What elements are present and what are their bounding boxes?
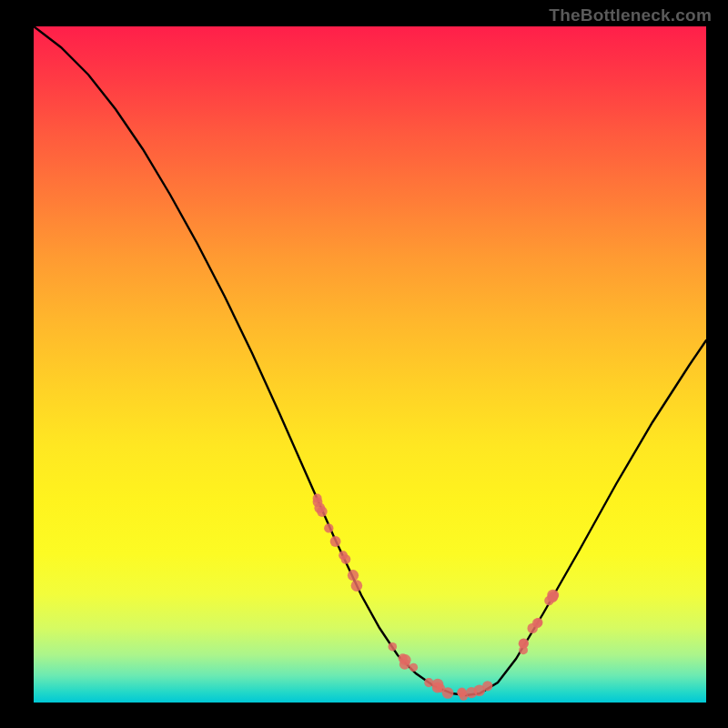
scatter-dot xyxy=(460,693,468,701)
scatter-dot xyxy=(339,551,348,560)
scatter-dot xyxy=(534,618,543,627)
chart-svg xyxy=(34,26,706,703)
scatter-dot xyxy=(519,639,529,649)
scatter-dot xyxy=(410,663,418,672)
scatter-dot xyxy=(432,679,444,691)
plot-area xyxy=(34,26,706,703)
chart-frame: TheBottleneck.com xyxy=(0,0,728,728)
scatter-dot xyxy=(424,678,433,687)
scatter-dot xyxy=(482,681,492,691)
scatter-dot xyxy=(324,523,333,532)
scatter-dot xyxy=(313,494,322,503)
scatter-dot xyxy=(442,687,454,699)
watermark-text: TheBottleneck.com xyxy=(549,5,712,25)
scatter-dot xyxy=(348,570,359,581)
scatter-layer xyxy=(313,494,559,701)
scatter-dot xyxy=(389,642,398,652)
scatter-dot xyxy=(314,502,325,513)
scatter-dot xyxy=(351,580,363,592)
scatter-dot xyxy=(544,596,553,605)
bottleneck-curve xyxy=(34,26,706,695)
scatter-dot xyxy=(330,536,341,547)
scatter-dot xyxy=(399,659,410,670)
